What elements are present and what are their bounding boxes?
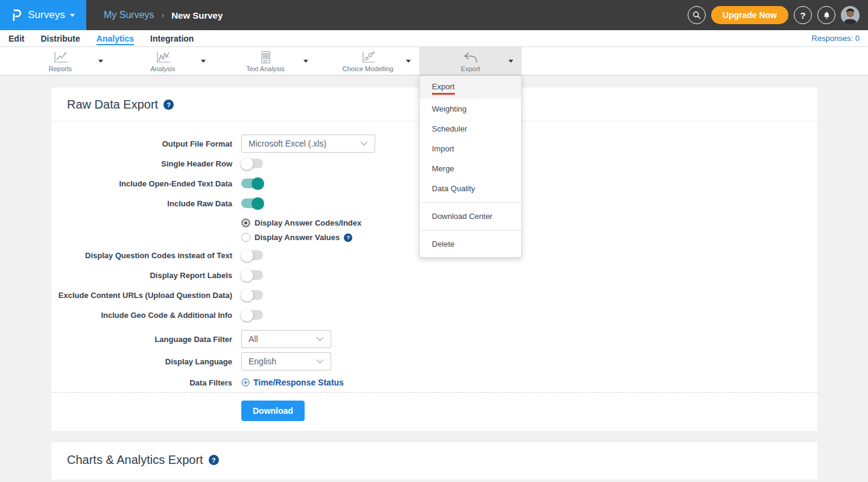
breadcrumb-separator: › [162, 10, 165, 20]
scatter-chart-icon [360, 49, 376, 64]
single-header-row-toggle[interactable] [241, 159, 263, 168]
download-button[interactable]: Download [241, 401, 305, 421]
language-data-filter-select[interactable]: All [241, 330, 331, 348]
tab-analytics[interactable]: Analytics [97, 34, 134, 43]
user-avatar[interactable] [841, 6, 860, 25]
chevron-down-icon [316, 337, 324, 341]
exclude-content-urls-label: Exclude Content URLs (Upload Question Da… [51, 291, 232, 300]
document-grid-icon [258, 49, 273, 64]
answer-display-radio-group: Display Answer Codes/Index Display Answe… [241, 218, 817, 242]
page-title: Raw Data Export [67, 98, 158, 112]
toolbar-item-export[interactable]: Export [419, 47, 522, 75]
toolbar-item-label: Analysis [151, 65, 176, 72]
display-language-label: Display Language [51, 357, 232, 366]
menu-item-download-center[interactable]: Download Center [420, 206, 521, 226]
charts-analytics-export-header: Charts & Analytics Export ? [51, 442, 817, 478]
export-dropdown-menu: Export Weighting Scheduler Import Merge … [419, 75, 522, 258]
single-header-row-label: Single Header Row [51, 159, 232, 168]
report-labels-toggle[interactable] [241, 270, 263, 280]
report-labels-label: Display Report Labels [51, 271, 232, 280]
geo-code-label: Include Geo Code & Additional Info [51, 311, 232, 320]
tab-integration[interactable]: Integration [150, 34, 194, 43]
toolbar-item-choice-modelling[interactable]: Choice Modelling [317, 47, 419, 75]
chevron-down-icon[interactable] [303, 60, 308, 63]
tab-distribute[interactable]: Distribute [40, 34, 80, 43]
search-icon [692, 10, 702, 20]
toolbar-item-label: Text Analysis [246, 65, 285, 72]
section-title: Charts & Analytics Export [67, 453, 203, 467]
output-file-format-label: Output File Format [51, 139, 232, 148]
menu-divider [420, 230, 521, 230]
share-arrow-icon [462, 49, 479, 64]
language-data-filter-label: Language Data Filter [51, 335, 232, 344]
top-header: Surveys My Surveys › New Survey Upgrade … [0, 0, 868, 30]
upgrade-now-button[interactable]: Upgrade Now [711, 6, 788, 24]
menu-item-delete[interactable]: Delete [420, 234, 521, 254]
menu-item-data-quality[interactable]: Data Quality [420, 179, 521, 198]
toolbar-item-label: Reports [49, 65, 72, 72]
radio-selected-icon [241, 218, 250, 227]
responses-count: Responses: 0 [812, 34, 860, 43]
chevron-down-icon[interactable] [98, 60, 103, 63]
menu-divider [420, 202, 521, 203]
toolbar-item-label: Export [461, 65, 480, 72]
toolbar-item-reports[interactable]: Reports [9, 47, 112, 75]
question-codes-label: Display Question Codes instead of Text [51, 251, 232, 260]
menu-item-merge[interactable]: Merge [420, 159, 521, 179]
questionpro-logo-icon [11, 8, 23, 22]
chevron-down-icon[interactable] [406, 60, 411, 63]
chevron-down-icon [316, 359, 324, 364]
exclude-content-urls-toggle[interactable] [241, 290, 263, 300]
menu-item-export[interactable]: Export [420, 76, 521, 99]
surveys-app-switcher[interactable]: Surveys [0, 0, 86, 30]
breadcrumb: My Surveys › New Survey [86, 0, 688, 30]
menu-item-import[interactable]: Import [420, 139, 521, 159]
help-button[interactable]: ? [794, 6, 812, 24]
toolbar-item-text-analysis[interactable]: Text Analysis [214, 47, 317, 75]
plus-circle-icon [241, 378, 250, 387]
download-button-row: Download [51, 393, 817, 431]
zigzag-chart-icon [155, 49, 171, 64]
include-raw-data-label: Include Raw Data [51, 199, 232, 208]
search-button[interactable] [688, 6, 706, 24]
data-filters-label: Data Filters [51, 378, 232, 387]
include-open-ended-label: Include Open-Ended Text Data [51, 179, 232, 188]
line-chart-icon [52, 49, 69, 64]
chevron-down-icon [360, 141, 368, 146]
app-name: Surveys [28, 9, 65, 21]
chevron-down-icon[interactable] [508, 60, 513, 63]
breadcrumb-my-surveys[interactable]: My Surveys [104, 10, 154, 21]
bell-icon [822, 10, 831, 20]
chevron-down-icon[interactable] [201, 60, 206, 63]
time-response-status-link[interactable]: Time/Response Status [241, 378, 344, 387]
charts-analytics-export-card: Charts & Analytics Export ? [51, 442, 817, 480]
radio-display-answer-codes[interactable]: Display Answer Codes/Index [241, 218, 817, 227]
display-language-select[interactable]: English [241, 352, 331, 370]
toolbar-item-label: Choice Modelling [343, 65, 393, 72]
output-file-format-select[interactable]: Microsoft Excel (.xls) [241, 135, 375, 153]
geo-code-toggle[interactable] [241, 310, 263, 320]
help-icon[interactable]: ? [209, 455, 219, 465]
radio-display-answer-values[interactable]: Display Answer Values ? [241, 233, 817, 242]
header-actions: Upgrade Now ? [688, 0, 868, 30]
toolbar-item-analysis[interactable]: Analysis [112, 47, 214, 75]
radio-unselected-icon [241, 233, 250, 242]
question-mark-icon: ? [800, 10, 805, 21]
survey-section-nav: Edit Distribute Analytics Integration Re… [0, 30, 868, 47]
menu-item-weighting[interactable]: Weighting [420, 99, 521, 119]
breadcrumb-current-survey: New Survey [171, 10, 223, 21]
tab-edit[interactable]: Edit [8, 34, 24, 43]
help-icon[interactable]: ? [344, 233, 352, 242]
help-icon[interactable]: ? [163, 100, 174, 110]
analytics-toolbar: Reports Analysis Text Analysis [0, 47, 868, 75]
question-codes-toggle[interactable] [241, 250, 263, 260]
include-open-ended-toggle[interactable] [241, 179, 263, 188]
chevron-down-icon [70, 14, 75, 17]
include-raw-data-toggle[interactable] [241, 198, 263, 208]
notifications-button[interactable] [817, 6, 835, 24]
menu-item-scheduler[interactable]: Scheduler [420, 119, 521, 139]
